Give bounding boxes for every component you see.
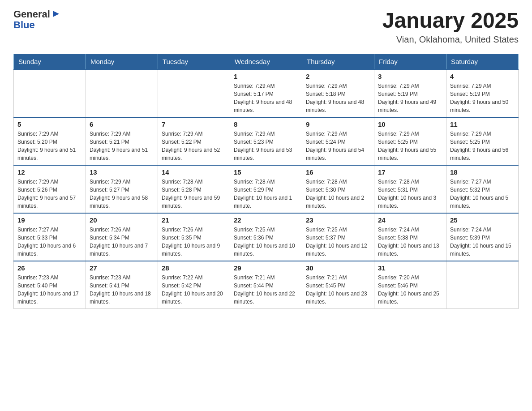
calendar-cell: 21Sunrise: 7:26 AMSunset: 5:35 PMDayligh… xyxy=(158,213,230,261)
day-info: Sunrise: 7:29 AMSunset: 5:18 PMDaylight:… xyxy=(306,82,370,114)
calendar-cell: 17Sunrise: 7:28 AMSunset: 5:31 PMDayligh… xyxy=(374,165,446,213)
day-number: 19 xyxy=(17,216,82,224)
day-info: Sunrise: 7:28 AMSunset: 5:29 PMDaylight:… xyxy=(234,178,298,210)
logo-general-text: General xyxy=(13,9,50,20)
day-number: 17 xyxy=(378,168,442,176)
day-number: 30 xyxy=(306,264,370,272)
week-row-1: 1Sunrise: 7:29 AMSunset: 5:17 PMDaylight… xyxy=(14,69,519,117)
day-info: Sunrise: 7:28 AMSunset: 5:31 PMDaylight:… xyxy=(378,178,442,210)
calendar-cell: 28Sunrise: 7:22 AMSunset: 5:42 PMDayligh… xyxy=(158,261,230,309)
calendar-cell xyxy=(14,69,86,117)
day-number: 7 xyxy=(162,120,226,128)
day-number: 11 xyxy=(450,120,515,128)
calendar-cell: 1Sunrise: 7:29 AMSunset: 5:17 PMDaylight… xyxy=(230,69,302,117)
calendar-cell: 7Sunrise: 7:29 AMSunset: 5:22 PMDaylight… xyxy=(158,117,230,165)
day-info: Sunrise: 7:29 AMSunset: 5:25 PMDaylight:… xyxy=(378,130,442,162)
col-monday: Monday xyxy=(86,54,158,69)
logo-blue-text: Blue xyxy=(13,19,35,30)
day-info: Sunrise: 7:29 AMSunset: 5:17 PMDaylight:… xyxy=(234,82,298,114)
calendar-cell: 19Sunrise: 7:27 AMSunset: 5:33 PMDayligh… xyxy=(14,213,86,261)
day-info: Sunrise: 7:26 AMSunset: 5:34 PMDaylight:… xyxy=(90,226,154,258)
week-row-4: 19Sunrise: 7:27 AMSunset: 5:33 PMDayligh… xyxy=(14,213,519,261)
calendar-cell: 27Sunrise: 7:23 AMSunset: 5:41 PMDayligh… xyxy=(86,261,158,309)
day-info: Sunrise: 7:23 AMSunset: 5:40 PMDaylight:… xyxy=(17,274,82,306)
month-title: January 2025 xyxy=(382,9,519,33)
day-number: 6 xyxy=(90,120,154,128)
calendar-table: Sunday Monday Tuesday Wednesday Thursday… xyxy=(13,54,519,309)
day-info: Sunrise: 7:20 AMSunset: 5:46 PMDaylight:… xyxy=(378,274,442,306)
day-number: 1 xyxy=(234,73,298,80)
day-info: Sunrise: 7:28 AMSunset: 5:30 PMDaylight:… xyxy=(306,178,370,210)
day-number: 26 xyxy=(17,264,82,272)
calendar-cell: 26Sunrise: 7:23 AMSunset: 5:40 PMDayligh… xyxy=(14,261,86,309)
day-info: Sunrise: 7:25 AMSunset: 5:37 PMDaylight:… xyxy=(306,226,370,258)
calendar-cell: 9Sunrise: 7:29 AMSunset: 5:24 PMDaylight… xyxy=(302,117,374,165)
col-thursday: Thursday xyxy=(302,54,374,69)
week-row-2: 5Sunrise: 7:29 AMSunset: 5:20 PMDaylight… xyxy=(14,117,519,165)
day-info: Sunrise: 7:26 AMSunset: 5:35 PMDaylight:… xyxy=(162,226,226,258)
calendar-cell: 20Sunrise: 7:26 AMSunset: 5:34 PMDayligh… xyxy=(86,213,158,261)
calendar-cell: 23Sunrise: 7:25 AMSunset: 5:37 PMDayligh… xyxy=(302,213,374,261)
day-info: Sunrise: 7:21 AMSunset: 5:45 PMDaylight:… xyxy=(306,274,370,306)
day-number: 23 xyxy=(306,216,370,224)
day-info: Sunrise: 7:27 AMSunset: 5:33 PMDaylight:… xyxy=(17,226,82,258)
calendar-cell: 22Sunrise: 7:25 AMSunset: 5:36 PMDayligh… xyxy=(230,213,302,261)
day-number: 13 xyxy=(90,168,154,176)
day-info: Sunrise: 7:23 AMSunset: 5:41 PMDaylight:… xyxy=(90,274,154,306)
col-saturday: Saturday xyxy=(446,54,519,69)
day-number: 14 xyxy=(162,168,226,176)
day-info: Sunrise: 7:29 AMSunset: 5:19 PMDaylight:… xyxy=(378,82,442,114)
calendar-cell: 4Sunrise: 7:29 AMSunset: 5:19 PMDaylight… xyxy=(446,69,519,117)
calendar-cell xyxy=(446,261,519,309)
col-tuesday: Tuesday xyxy=(158,54,230,69)
day-info: Sunrise: 7:22 AMSunset: 5:42 PMDaylight:… xyxy=(162,274,226,306)
calendar-cell xyxy=(158,69,230,117)
day-number: 20 xyxy=(90,216,154,224)
day-number: 3 xyxy=(378,73,442,80)
day-info: Sunrise: 7:29 AMSunset: 5:27 PMDaylight:… xyxy=(90,178,154,210)
day-info: Sunrise: 7:25 AMSunset: 5:36 PMDaylight:… xyxy=(234,226,298,258)
calendar-cell: 16Sunrise: 7:28 AMSunset: 5:30 PMDayligh… xyxy=(302,165,374,213)
day-number: 24 xyxy=(378,216,442,224)
day-number: 8 xyxy=(234,120,298,128)
day-number: 9 xyxy=(306,120,370,128)
day-info: Sunrise: 7:29 AMSunset: 5:26 PMDaylight:… xyxy=(17,178,82,210)
day-info: Sunrise: 7:29 AMSunset: 5:24 PMDaylight:… xyxy=(306,130,370,162)
calendar-cell: 14Sunrise: 7:28 AMSunset: 5:28 PMDayligh… xyxy=(158,165,230,213)
calendar-cell: 25Sunrise: 7:24 AMSunset: 5:39 PMDayligh… xyxy=(446,213,519,261)
calendar-header-row: Sunday Monday Tuesday Wednesday Thursday… xyxy=(14,54,519,69)
calendar-cell: 29Sunrise: 7:21 AMSunset: 5:44 PMDayligh… xyxy=(230,261,302,309)
day-info: Sunrise: 7:24 AMSunset: 5:38 PMDaylight:… xyxy=(378,226,442,258)
calendar-cell: 11Sunrise: 7:29 AMSunset: 5:25 PMDayligh… xyxy=(446,117,519,165)
day-info: Sunrise: 7:29 AMSunset: 5:21 PMDaylight:… xyxy=(90,130,154,162)
calendar-cell: 6Sunrise: 7:29 AMSunset: 5:21 PMDaylight… xyxy=(86,117,158,165)
calendar-cell: 5Sunrise: 7:29 AMSunset: 5:20 PMDaylight… xyxy=(14,117,86,165)
day-info: Sunrise: 7:21 AMSunset: 5:44 PMDaylight:… xyxy=(234,274,298,306)
calendar-cell: 12Sunrise: 7:29 AMSunset: 5:26 PMDayligh… xyxy=(14,165,86,213)
calendar-cell: 15Sunrise: 7:28 AMSunset: 5:29 PMDayligh… xyxy=(230,165,302,213)
calendar-cell: 24Sunrise: 7:24 AMSunset: 5:38 PMDayligh… xyxy=(374,213,446,261)
col-wednesday: Wednesday xyxy=(230,54,302,69)
day-number: 27 xyxy=(90,264,154,272)
col-sunday: Sunday xyxy=(14,54,86,69)
week-row-5: 26Sunrise: 7:23 AMSunset: 5:40 PMDayligh… xyxy=(14,261,519,309)
title-section: January 2025 Vian, Oklahoma, United Stat… xyxy=(382,9,519,45)
day-info: Sunrise: 7:27 AMSunset: 5:32 PMDaylight:… xyxy=(450,178,515,210)
logo: General Blue xyxy=(13,9,61,30)
day-info: Sunrise: 7:24 AMSunset: 5:39 PMDaylight:… xyxy=(450,226,515,258)
calendar-cell: 10Sunrise: 7:29 AMSunset: 5:25 PMDayligh… xyxy=(374,117,446,165)
day-number: 22 xyxy=(234,216,298,224)
svg-marker-0 xyxy=(53,11,59,17)
day-number: 4 xyxy=(450,73,515,80)
day-number: 29 xyxy=(234,264,298,272)
col-friday: Friday xyxy=(374,54,446,69)
day-number: 31 xyxy=(378,264,442,272)
day-number: 5 xyxy=(17,120,82,128)
week-row-3: 12Sunrise: 7:29 AMSunset: 5:26 PMDayligh… xyxy=(14,165,519,213)
day-info: Sunrise: 7:29 AMSunset: 5:20 PMDaylight:… xyxy=(17,130,82,162)
logo-triangle-icon xyxy=(51,9,61,19)
day-number: 2 xyxy=(306,73,370,80)
day-number: 18 xyxy=(450,168,515,176)
calendar-cell: 18Sunrise: 7:27 AMSunset: 5:32 PMDayligh… xyxy=(446,165,519,213)
calendar-cell: 31Sunrise: 7:20 AMSunset: 5:46 PMDayligh… xyxy=(374,261,446,309)
